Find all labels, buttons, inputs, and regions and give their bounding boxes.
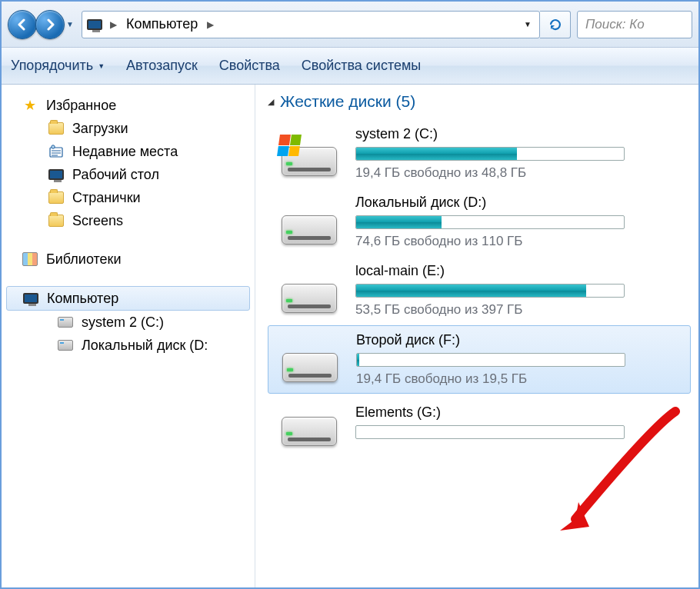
drive-item[interactable]: Elements (G:) xyxy=(268,395,691,452)
drive-name: Второй диск (F:) xyxy=(356,332,681,348)
drive-name: Локальный диск (D:) xyxy=(355,195,682,211)
drive-capacity-bar xyxy=(355,147,625,161)
libraries-group: Библиотеки xyxy=(6,248,255,271)
drive-info: local-main (E:) 53,5 ГБ свободно из 397 … xyxy=(355,263,682,318)
command-bar: Упорядочить▼ Автозапуск Свойства Свойств… xyxy=(2,48,698,85)
drive-item[interactable]: Локальный диск (D:) 74,6 ГБ свободно из … xyxy=(268,188,691,255)
breadcrumb-sep-icon: ▶ xyxy=(202,19,218,30)
computer-icon xyxy=(22,290,39,307)
drive-icon xyxy=(57,337,74,354)
hard-drive-icon xyxy=(277,131,342,176)
forward-button[interactable] xyxy=(35,10,65,39)
main-pane: ◢ Жесткие диски (5) system 2 (C:) 19,4 Г… xyxy=(255,85,698,587)
libraries-icon xyxy=(22,251,38,268)
chevron-down-icon: ▼ xyxy=(98,62,105,70)
drive-capacity-bar xyxy=(355,425,625,439)
breadcrumb-dropdown[interactable]: ▼ xyxy=(519,20,536,28)
hard-drive-icon xyxy=(278,338,342,382)
star-icon: ★ xyxy=(22,97,38,114)
sidebar-item-recent-places[interactable]: Недавние места xyxy=(6,140,255,163)
drive-free-text: 19,4 ГБ свободно из 48,8 ГБ xyxy=(355,165,682,181)
drive-item[interactable]: local-main (E:) 53,5 ГБ свободно из 397 … xyxy=(268,257,691,324)
back-button[interactable] xyxy=(8,10,37,39)
desktop-icon xyxy=(48,166,65,183)
drive-capacity-bar xyxy=(355,284,625,298)
hard-drive-icon xyxy=(277,268,342,313)
computer-group: Компьютер system 2 (C:) Локальный диск (… xyxy=(6,286,255,357)
sidebar-item-screens[interactable]: Screens xyxy=(6,209,255,232)
collapse-triangle-icon: ◢ xyxy=(268,97,274,107)
nav-buttons: ▼ xyxy=(8,10,75,39)
breadcrumb-location[interactable]: Компьютер xyxy=(123,16,201,32)
sidebar-item-drive-d[interactable]: Локальный диск (D: xyxy=(6,334,255,357)
sidebar-item-drive-c[interactable]: system 2 (C:) xyxy=(6,311,255,334)
drive-free-text: 19,4 ГБ свободно из 19,5 ГБ xyxy=(356,371,681,387)
drive-info: Elements (G:) xyxy=(355,404,682,444)
sidebar-item-computer[interactable]: Компьютер xyxy=(6,286,250,311)
drive-free-text: 53,5 ГБ свободно из 397 ГБ xyxy=(355,302,682,318)
properties-button[interactable]: Свойства xyxy=(219,58,280,74)
drive-info: system 2 (C:) 19,4 ГБ свободно из 48,8 Г… xyxy=(355,126,682,181)
autorun-button[interactable]: Автозапуск xyxy=(126,58,198,74)
drive-list: system 2 (C:) 19,4 ГБ свободно из 48,8 Г… xyxy=(268,120,691,452)
favorites-group: ★ Избранное Загрузки Недавние места Рабо… xyxy=(6,94,255,232)
section-hard-drives[interactable]: ◢ Жесткие диски (5) xyxy=(268,92,691,111)
drive-name: Elements (G:) xyxy=(355,404,682,421)
drive-capacity-bar xyxy=(356,353,625,367)
sidebar-item-downloads[interactable]: Загрузки xyxy=(6,117,255,140)
nav-history-dropdown[interactable]: ▼ xyxy=(65,17,75,32)
computer-icon xyxy=(85,15,104,34)
drive-item[interactable]: Второй диск (F:) 19,4 ГБ свободно из 19,… xyxy=(268,325,691,394)
refresh-button[interactable] xyxy=(540,11,571,38)
address-bar: ▼ ▶ Компьютер ▶ ▼ Поиск: Ко xyxy=(2,2,698,48)
folder-icon xyxy=(48,120,65,137)
drive-info: Второй диск (F:) 19,4 ГБ свободно из 19,… xyxy=(356,332,681,387)
search-placeholder: Поиск: Ко xyxy=(585,17,645,32)
hard-drive-icon xyxy=(277,200,342,245)
content-area: ★ Избранное Загрузки Недавние места Рабо… xyxy=(2,85,698,587)
system-properties-button[interactable]: Свойства системы xyxy=(302,58,421,74)
folder-icon xyxy=(48,212,65,229)
folder-icon xyxy=(48,189,65,206)
search-input[interactable]: Поиск: Ко xyxy=(577,11,692,38)
sidebar-item-pages[interactable]: Странички xyxy=(6,186,255,209)
breadcrumb-sep-icon: ▶ xyxy=(105,19,122,30)
recent-places-icon xyxy=(48,143,65,160)
organize-menu[interactable]: Упорядочить▼ xyxy=(11,58,105,74)
drive-free-text: 74,6 ГБ свободно из 110 ГБ xyxy=(355,234,682,249)
drive-name: system 2 (C:) xyxy=(355,126,682,142)
drive-capacity-bar xyxy=(355,215,625,229)
svg-point-1 xyxy=(52,145,55,148)
sidebar-item-favorites[interactable]: ★ Избранное xyxy=(6,94,255,117)
sidebar-item-desktop[interactable]: Рабочий стол xyxy=(6,163,255,186)
breadcrumb[interactable]: ▶ Компьютер ▶ ▼ xyxy=(82,11,540,38)
hard-drive-icon xyxy=(277,401,342,446)
drive-icon xyxy=(57,314,74,331)
drive-info: Локальный диск (D:) 74,6 ГБ свободно из … xyxy=(355,195,682,249)
drive-name: local-main (E:) xyxy=(355,263,682,279)
drive-item[interactable]: system 2 (C:) 19,4 ГБ свободно из 48,8 Г… xyxy=(268,120,691,187)
navigation-pane: ★ Избранное Загрузки Недавние места Рабо… xyxy=(2,85,255,587)
sidebar-item-libraries[interactable]: Библиотеки xyxy=(6,248,255,271)
